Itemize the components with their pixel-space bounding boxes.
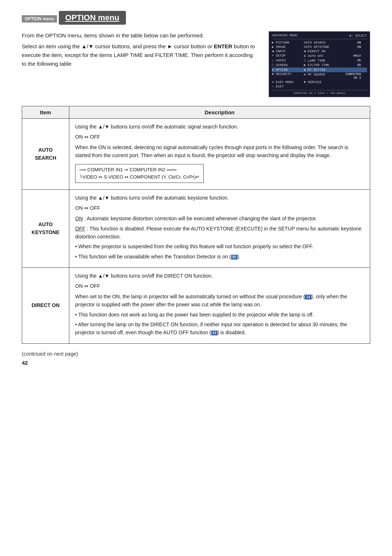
item-direct-on: DIRECT ON [22, 267, 69, 343]
item-auto-keystone: AUTOKEYSTONE [22, 190, 69, 268]
continued-text: (continued on next page) [22, 351, 78, 357]
desc-direct-on: Using the ▲/▼ buttons turns on/off the D… [69, 267, 370, 343]
col-header-item: Item [22, 106, 69, 119]
page-number: 42 [22, 360, 370, 366]
menu-row: ◄ INPUT ◄ DIRECT ON [272, 49, 367, 54]
menu-title-right: ⊠: SELECT [349, 34, 367, 38]
menu-row: ≡ EASY MENU ▼ SERVICE [272, 80, 367, 85]
item-auto-search: AUTO SEARCH [22, 119, 69, 190]
menu-row: + SETUP ⊕ AUTO OFF 0min [272, 54, 367, 58]
intro-text: From the OPTION menu, items shown in the… [22, 31, 258, 70]
desc-auto-keystone: Using the ▲/▼ buttons turns on/off the a… [69, 190, 370, 268]
table-row-auto-search: AUTO SEARCH Using the ▲/▼ buttons turns … [22, 119, 370, 190]
desc-auto-search: Using the ▲/▼ buttons turns on/off the a… [69, 119, 370, 190]
menu-row: ▼ SECURITY ⊕ MY SOURCE COMPUTER IN 2 [272, 72, 367, 80]
menu-footer: COMPUTER IN 1 1024 × 768 @60Hz [272, 90, 367, 95]
menu-title-bar: ADVANCED MENU ⊠: SELECT [272, 34, 367, 39]
intro-section: From the OPTION menu, items shown in the… [22, 31, 370, 97]
menu-row: □ SCREEN ► FILTER TIME 0h [272, 63, 367, 68]
menu-row-highlighted: ⊕ OPTION ◆ MY BUTTON [272, 68, 367, 72]
page-title: OPTION menu [59, 11, 126, 25]
main-table: Item Description AUTO SEARCH Using the ▲… [22, 106, 370, 344]
intro-para1: From the OPTION menu, items shown in the… [22, 31, 258, 40]
page-footer: (continued on next page) [22, 351, 370, 357]
table-row-direct-on: DIRECT ON Using the ▲/▼ buttons turns on… [22, 267, 370, 343]
menu-row: ► PICTURE AUTO SEARCH ON [272, 41, 367, 45]
menu-screenshot: ADVANCED MENU ⊠: SELECT ► PICTURE AUTO S… [269, 31, 370, 97]
menu-row: ► IMAGE AUTO KEYSTONE ON [272, 45, 367, 49]
menu-title-left: ADVANCED MENU [272, 34, 297, 38]
top-header-bar: OPTION menu [22, 15, 57, 23]
col-header-description: Description [69, 106, 370, 119]
intro-para2: Select an item using the ▲/▼ cursor butt… [22, 42, 258, 68]
menu-row: ♪ AUDIO ☽ LAMP TIME 0h [272, 58, 367, 63]
signal-diagram: ⟹ COMPUTER IN1 ⇒ COMPUTER IN2 ═══ └VIDEO… [75, 164, 204, 183]
table-row-auto-keystone: AUTOKEYSTONE Using the ▲/▼ buttons turns… [22, 190, 370, 268]
menu-row: ↑ EXIT [272, 85, 367, 89]
